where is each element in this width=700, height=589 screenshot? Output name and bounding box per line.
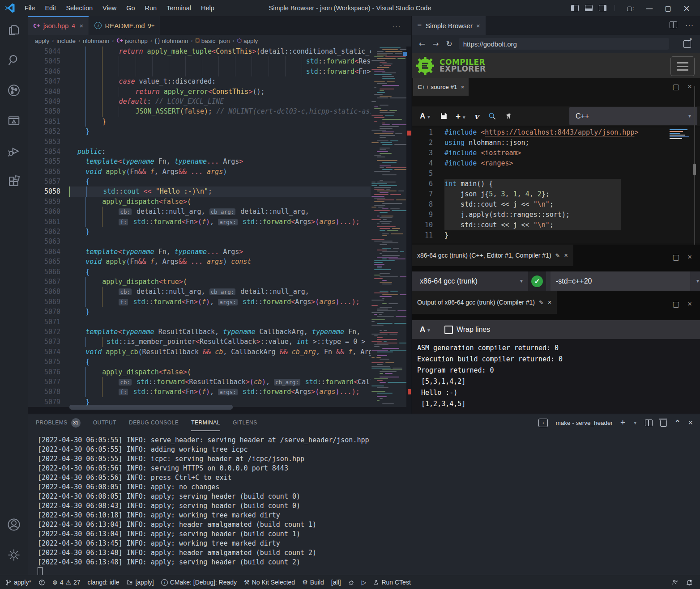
breadcrumb-item[interactable]: apply <box>243 38 258 44</box>
tab-gitlens[interactable]: GITLENS <box>233 414 257 431</box>
breadcrumb-item[interactable]: json.hpp <box>125 38 148 44</box>
run-ctest-button[interactable]: Run CTest <box>370 575 414 589</box>
add-pane-button[interactable]: + ▼ <box>456 111 466 121</box>
hamburger-menu-icon[interactable] <box>670 56 695 76</box>
font-size-button[interactable]: A ▼ <box>420 112 431 121</box>
build-target[interactable]: [all] <box>328 575 345 589</box>
minimize-button[interactable]: — <box>646 4 653 13</box>
build-button[interactable]: ⚙ Build <box>299 575 328 589</box>
language-select[interactable]: C++ ▼ <box>569 107 697 125</box>
menu-item[interactable]: View <box>98 0 121 16</box>
close-tab-icon[interactable]: × <box>476 22 480 30</box>
account-icon[interactable] <box>0 511 28 538</box>
terminal-output[interactable]: [2022-04-30 06:05:55] INFO: serve_header… <box>38 436 691 567</box>
cmake-project[interactable]: [apply] <box>123 575 157 589</box>
new-terminal-icon[interactable]: + <box>620 418 625 428</box>
mascot-icon[interactable] <box>504 112 513 120</box>
breadcrumb-item[interactable]: nlohmann <box>162 38 188 44</box>
menu-item[interactable]: Edit <box>40 0 61 16</box>
tab-terminal[interactable]: TERMINAL <box>191 414 220 431</box>
rename-pane-icon[interactable]: ✎ <box>539 299 544 306</box>
settings-gear-icon[interactable] <box>0 542 28 568</box>
toggle-secondary-sidebar-icon[interactable] <box>599 5 606 11</box>
search-icon[interactable] <box>0 47 28 73</box>
maximize-button[interactable]: ▢ <box>665 4 671 13</box>
split-terminal-icon[interactable] <box>645 420 653 426</box>
kit-selection[interactable]: ⚒ No Kit Selected <box>240 575 299 589</box>
cmake-status[interactable]: i CMake: [Debug]: Ready <box>158 575 240 589</box>
menu-item[interactable]: Go <box>121 0 140 16</box>
tab-readme-md[interactable]: i README.md 9+ <box>89 16 160 35</box>
font-size-button[interactable]: A ▼ <box>420 325 431 334</box>
horizontal-scrollbar[interactable] <box>69 405 233 410</box>
editor-more-actions-icon[interactable]: ··· <box>392 22 401 31</box>
tab-problems[interactable]: PROBLEMS 31 <box>36 414 81 431</box>
url-input[interactable]: https://godbolt.org <box>459 38 669 50</box>
compiler-options-input[interactable]: -std=c++20 <box>551 271 690 291</box>
browser-more-actions-icon[interactable]: ··· <box>685 21 694 30</box>
menu-item[interactable]: Selection <box>61 0 98 16</box>
source-tab[interactable]: C++ source #1 × <box>413 78 469 96</box>
tab-simple-browser[interactable]: ≡ Simple Browser × <box>412 16 486 35</box>
save-icon[interactable] <box>440 112 448 120</box>
maximize-panel-icon[interactable]: ⌃ <box>674 419 680 427</box>
kill-terminal-icon[interactable] <box>660 420 667 427</box>
breadcrumb-item[interactable]: apply <box>35 38 49 44</box>
back-icon[interactable]: ← <box>419 39 425 48</box>
customize-layout-icon[interactable]: ▢: <box>627 5 634 12</box>
cmake-panel-icon[interactable] <box>0 107 28 134</box>
extensions-icon[interactable] <box>0 168 28 195</box>
breadcrumb-item[interactable]: nlohmann <box>83 38 109 44</box>
problems-indicator[interactable]: ⊗ 4 ⚠ 27 <box>49 575 84 589</box>
tab-debug-console[interactable]: DEBUG CONSOLE <box>129 414 179 431</box>
godbolt-code-editor[interactable]: 1#include <https://localhost:8443/apply/… <box>412 127 700 243</box>
compiler-select[interactable]: x86-64 gcc (trunk) ▼ <box>415 273 528 289</box>
output-tab[interactable]: Output of x86-64 gcc (trunk) (Compiler #… <box>412 291 557 314</box>
vim-mode-icon[interactable]: v <box>474 112 479 121</box>
options-dropdown-icon[interactable]: ▼ <box>696 279 700 284</box>
explorer-icon[interactable] <box>0 16 28 43</box>
compiler-tab[interactable]: x86-64 gcc (trunk) (C++, Editor #1, Comp… <box>412 245 573 266</box>
close-pane-icon[interactable]: × <box>687 300 692 309</box>
close-window-button[interactable]: × <box>683 3 690 13</box>
zoom-icon[interactable] <box>488 112 496 120</box>
terminal-dropdown-icon[interactable]: ▼ <box>633 420 637 425</box>
branch-indicator[interactable]: apply* <box>2 575 35 589</box>
toggle-sidebar-icon[interactable] <box>571 5 579 11</box>
wrap-lines-checkbox[interactable] <box>444 326 453 334</box>
maximize-pane-icon[interactable]: ▢ <box>672 300 679 309</box>
reload-icon[interactable]: ↻ <box>446 39 452 48</box>
launch-button[interactable]: ▷ <box>358 575 370 589</box>
debug-button[interactable] <box>345 575 358 589</box>
sync-changes-button[interactable] <box>35 575 49 589</box>
close-pane-icon[interactable]: × <box>687 82 692 92</box>
menu-item[interactable]: Terminal <box>162 0 196 16</box>
minimap[interactable] <box>371 47 406 407</box>
forward-icon[interactable]: → <box>432 39 439 48</box>
tab-json-hpp[interactable]: C+ json.hpp 4 × <box>28 16 89 35</box>
menu-item[interactable]: Help <box>196 0 219 16</box>
close-pane-icon[interactable]: × <box>687 253 692 262</box>
code-editor[interactable]: 5044 return apply_make_tuple<ConstThis>(… <box>28 47 371 407</box>
close-source-tab-icon[interactable]: × <box>461 84 465 90</box>
menu-item[interactable]: File <box>20 0 40 16</box>
toggle-panel-icon[interactable] <box>585 5 593 11</box>
tab-output[interactable]: OUTPUT <box>93 414 116 431</box>
menu-item[interactable]: Run <box>140 0 162 16</box>
rename-pane-icon[interactable]: ✎ <box>555 252 560 259</box>
page-scrollbar-thumb[interactable] <box>693 164 696 175</box>
source-control-icon[interactable] <box>0 77 28 104</box>
maximize-pane-icon[interactable]: ▢ <box>672 253 679 262</box>
close-panel-icon[interactable]: × <box>688 418 693 428</box>
clangd-status[interactable]: clangd: idle <box>84 575 123 589</box>
close-tab-icon[interactable]: × <box>80 22 84 30</box>
notifications-button[interactable] <box>682 575 696 589</box>
breadcrumb-item[interactable]: basic_json <box>201 38 230 44</box>
terminal-title[interactable]: make - serve_header <box>555 420 613 426</box>
close-output-tab-icon[interactable]: × <box>548 299 551 306</box>
run-debug-icon[interactable] <box>0 138 28 165</box>
open-external-icon[interactable] <box>683 40 691 48</box>
close-compiler-tab-icon[interactable]: × <box>564 252 568 259</box>
maximize-pane-icon[interactable]: ▢ <box>672 82 679 92</box>
breadcrumb-item[interactable]: include <box>56 38 76 44</box>
